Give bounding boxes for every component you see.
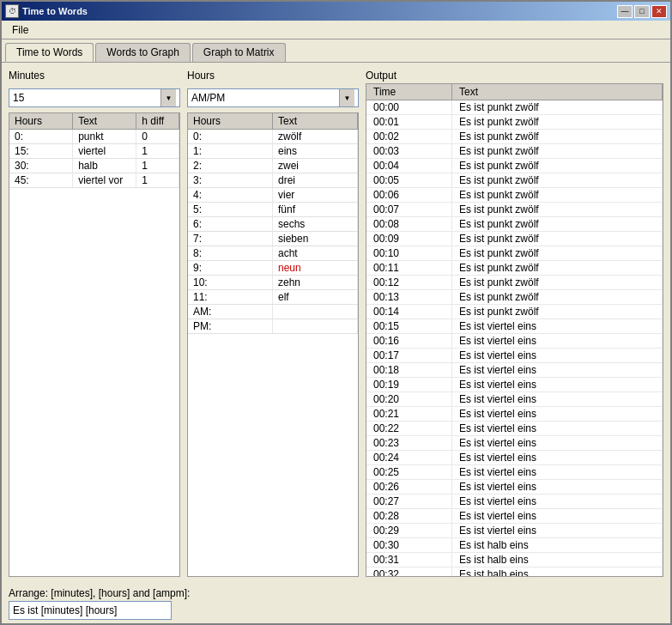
list-item[interactable]: 00:29 Es ist viertel eins [366,524,663,538]
table-row[interactable]: 10: zehn [188,276,358,290]
cell-text: Es ist viertel eins [452,451,663,464]
hours-combo[interactable]: AM/PM ▼ [187,88,359,107]
tab-bar: Time to Words Words to Graph Graph to Ma… [2,39,670,62]
cell-hdiff: 1 [136,173,179,187]
table-row[interactable]: 0: zwölf [188,130,358,144]
cell-text: Es ist punkt zwölf [452,159,663,173]
list-item[interactable]: 00:15 Es ist viertel eins [366,319,663,334]
list-item[interactable]: 00:30 Es ist halb eins [366,538,663,553]
table-row[interactable]: 2: zwei [188,159,358,173]
close-button[interactable]: ✕ [651,5,667,18]
list-item[interactable]: 00:05 Es ist punkt zwölf [366,173,663,188]
list-item[interactable]: 00:12 Es ist punkt zwölf [366,276,663,290]
table-row[interactable]: 15: viertel 1 [9,144,179,159]
list-item[interactable]: 00:27 Es ist viertel eins [366,495,663,509]
list-item[interactable]: 00:13 Es ist punkt zwölf [366,290,663,305]
table-row[interactable]: 9: neun [188,261,358,276]
list-item[interactable]: 00:28 Es ist viertel eins [366,509,663,524]
table-row[interactable]: 45: viertel vor 1 [9,173,179,188]
cell-text: Es ist punkt zwölf [452,261,663,275]
list-item[interactable]: 00:21 Es ist viertel eins [366,407,663,422]
cell-text: Es ist viertel eins [452,509,663,523]
tab-graph-to-matrix[interactable]: Graph to Matrix [192,43,286,62]
cell-time: 00:13 [366,290,452,304]
cell-time: 00:09 [366,232,452,246]
table-row[interactable]: PM: [188,319,358,334]
cell-text: Es ist viertel eins [452,465,663,479]
table-row[interactable]: 3: drei [188,173,358,188]
cell-time: 00:02 [366,130,452,143]
list-item[interactable]: 00:11 Es ist punkt zwölf [366,261,663,276]
cell-time: 00:32 [366,567,452,576]
tab-time-to-words[interactable]: Time to Words [5,43,94,62]
cell-text: Es ist punkt zwölf [452,100,663,114]
list-item[interactable]: 00:23 Es ist viertel eins [366,436,663,451]
arrange-input[interactable] [9,601,172,620]
table-row[interactable]: 11: elf [188,290,358,305]
list-item[interactable]: 00:00 Es ist punkt zwölf [366,100,663,115]
cell-text: Es ist viertel eins [452,334,663,348]
table-row[interactable]: AM: [188,305,358,319]
table-row[interactable]: 7: sieben [188,232,358,246]
hours-combo-arrow[interactable]: ▼ [339,89,354,106]
list-item[interactable]: 00:02 Es ist punkt zwölf [366,130,663,144]
right-panel: Output Time Text 00:00 Es ist punkt zwöl… [366,70,663,577]
list-item[interactable]: 00:03 Es ist punkt zwölf [366,144,663,159]
cell-text: eins [273,144,358,158]
cell-hours: 5: [188,203,273,216]
table-row[interactable]: 6: sechs [188,217,358,232]
list-item[interactable]: 00:32 Es ist halb eins [366,567,663,576]
output-body[interactable]: 00:00 Es ist punkt zwölf 00:01 Es ist pu… [366,100,663,576]
list-item[interactable]: 00:20 Es ist viertel eins [366,392,663,407]
list-item[interactable]: 00:08 Es ist punkt zwölf [366,217,663,232]
cell-time: 00:23 [366,436,452,450]
table-row[interactable]: 5: fünf [188,203,358,217]
list-item[interactable]: 00:16 Es ist viertel eins [366,334,663,349]
list-item[interactable]: 00:22 Es ist viertel eins [366,422,663,436]
cell-time: 00:17 [366,349,452,362]
minimize-button[interactable]: — [617,5,633,18]
output-table: Time Text 00:00 Es ist punkt zwölf 00:01… [366,83,663,577]
cell-time: 00:19 [366,378,452,391]
cell-text: Es ist viertel eins [452,407,663,421]
list-item[interactable]: 00:14 Es ist punkt zwölf [366,305,663,319]
cell-time: 00:21 [366,407,452,421]
cell-hours: AM: [188,305,273,319]
output-col-text: Text [452,84,663,100]
list-item[interactable]: 00:31 Es ist halb eins [366,553,663,567]
cell-text: Es ist viertel eins [452,392,663,406]
table-row[interactable]: 30: halb 1 [9,159,179,173]
menu-file[interactable]: File [5,22,35,38]
table-row[interactable]: 1: eins [188,144,358,159]
minutes-combo[interactable]: 15 ▼ [9,88,180,107]
list-item[interactable]: 00:07 Es ist punkt zwölf [366,203,663,217]
cell-hours: 3: [188,173,273,187]
tab-words-to-graph[interactable]: Words to Graph [95,43,190,62]
cell-hours: 7: [188,232,273,246]
list-item[interactable]: 00:19 Es ist viertel eins [366,378,663,392]
list-item[interactable]: 00:04 Es ist punkt zwölf [366,159,663,173]
list-item[interactable]: 00:09 Es ist punkt zwölf [366,232,663,246]
list-item[interactable]: 00:18 Es ist viertel eins [366,363,663,378]
cell-text: viertel vor [73,173,136,187]
minutes-table-header: Hours Text h diff [9,113,179,130]
list-item[interactable]: 00:25 Es ist viertel eins [366,465,663,480]
list-item[interactable]: 00:01 Es ist punkt zwölf [366,115,663,130]
cell-text: drei [273,173,358,187]
cell-hdiff: 1 [136,144,179,158]
table-row[interactable]: 4: vier [188,188,358,203]
cell-text: Es ist viertel eins [452,363,663,377]
maximize-button[interactable]: □ [634,5,650,18]
cell-text: Es ist punkt zwölf [452,232,663,246]
table-row[interactable]: 8: acht [188,246,358,261]
list-item[interactable]: 00:17 Es ist viertel eins [366,349,663,363]
list-item[interactable]: 00:26 Es ist viertel eins [366,480,663,495]
list-item[interactable]: 00:10 Es ist punkt zwölf [366,246,663,261]
cell-hours: 10: [188,276,273,289]
list-item[interactable]: 00:06 Es ist punkt zwölf [366,188,663,203]
minutes-combo-arrow[interactable]: ▼ [160,89,176,106]
cell-text: Es ist viertel eins [452,378,663,391]
table-row[interactable]: 0: punkt 0 [9,130,179,144]
list-item[interactable]: 00:24 Es ist viertel eins [366,451,663,465]
cell-text: Es ist punkt zwölf [452,246,663,260]
